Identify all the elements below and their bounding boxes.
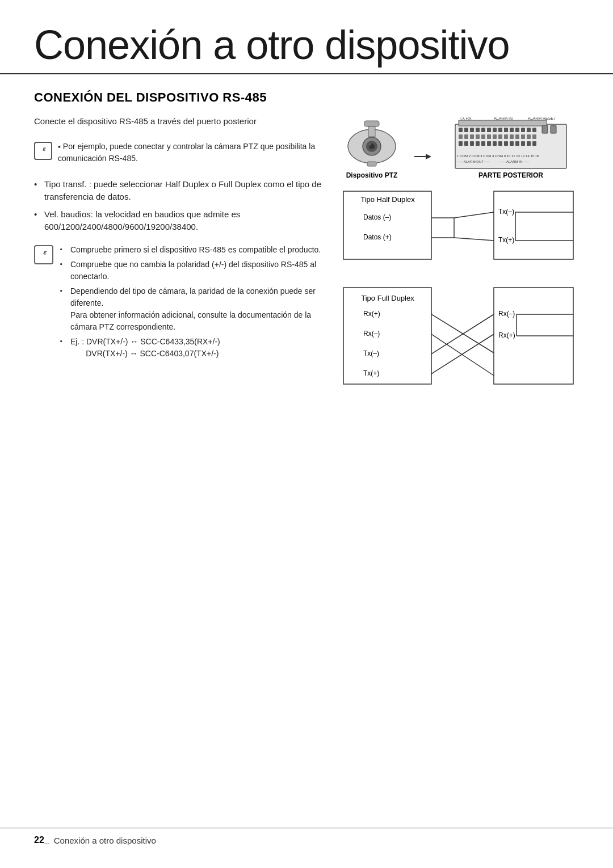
- svg-rect-2: [368, 127, 375, 137]
- svg-text:Tx(–): Tx(–): [363, 349, 379, 357]
- svg-rect-24: [510, 128, 514, 132]
- svg-text:Tipo Half Duplex: Tipo Half Duplex: [360, 195, 415, 204]
- svg-rect-17: [470, 128, 474, 132]
- note-block-2: ᵋ︎ Compruebe primero si el dispositivo R…: [34, 244, 324, 363]
- svg-rect-52: [498, 141, 502, 146]
- bullet-item-1: Tipo transf. : puede seleccionar Half Du…: [34, 178, 324, 204]
- svg-text:Rx(–): Rx(–): [498, 310, 515, 318]
- svg-rect-53: [504, 141, 508, 146]
- footer-text: Conexión a otro dispositivo: [54, 836, 156, 845]
- svg-rect-15: [459, 128, 463, 132]
- note-item-4: Ej. : DVR(TX+/-) ↔ SCC-C6433,35(RX+/-) D…: [60, 336, 324, 360]
- svg-rect-31: [459, 134, 463, 139]
- ptz-device-area: Dispositivo PTZ: [341, 115, 403, 179]
- note-icon-1: ᵋ︎: [34, 142, 52, 160]
- svg-rect-29: [542, 125, 548, 133]
- svg-rect-45: [459, 141, 463, 146]
- connection-diagram-svg: Tipo Half Duplex Datos (–) Datos (+) Tx(…: [341, 188, 579, 393]
- svg-line-74: [454, 238, 494, 241]
- svg-rect-55: [515, 141, 519, 146]
- control-board-svg: TX RX ALARM IN ALARM RESET: [454, 117, 568, 171]
- svg-rect-48: [476, 141, 480, 146]
- svg-rect-56: [521, 141, 525, 146]
- svg-rect-16: [464, 128, 468, 132]
- note-square-1: ▪: [58, 142, 63, 151]
- svg-text:Tx(+): Tx(+): [363, 369, 379, 377]
- svg-text:Rx(–): Rx(–): [363, 330, 380, 338]
- note-text-1: ▪ Por ejemplo, puede conectar y controla…: [58, 141, 324, 165]
- svg-rect-18: [476, 128, 480, 132]
- svg-rect-49: [481, 141, 485, 146]
- svg-rect-35: [481, 134, 485, 139]
- svg-rect-63: [494, 191, 573, 259]
- bullet-list: Tipo transf. : puede seleccionar Half Du…: [34, 178, 324, 234]
- main-title: Conexión a otro dispositivo: [0, 0, 613, 74]
- svg-rect-54: [510, 141, 514, 146]
- section-heading: CONEXIÓN DEL DISPOSITIVO RS-485: [0, 74, 613, 115]
- svg-rect-25: [515, 128, 519, 132]
- svg-rect-37: [493, 134, 497, 139]
- right-column: Dispositivo PTZ: [341, 115, 579, 393]
- ptz-camera-icon: [341, 115, 403, 169]
- svg-rect-36: [487, 134, 491, 139]
- note-item-2: Compruebe que no cambia la polaridad (+/…: [60, 259, 324, 283]
- svg-text:TX  RX: TX RX: [460, 117, 472, 120]
- svg-rect-28: [532, 128, 536, 132]
- svg-rect-44: [532, 134, 536, 139]
- svg-rect-21: [493, 128, 497, 132]
- svg-text:Tx(+): Tx(+): [498, 236, 514, 244]
- content-area: Conecte el dispositivo RS-485 a través d…: [0, 115, 613, 393]
- page-footer: 22_ Conexión a otro dispositivo: [0, 828, 613, 845]
- page-container: Conexión a otro dispositivo CONEXIÓN DEL…: [0, 0, 613, 868]
- svg-rect-20: [487, 128, 491, 132]
- note-box-1: ᵋ︎ ▪ Por ejemplo, puede conectar y contr…: [34, 137, 324, 168]
- svg-line-73: [454, 212, 494, 218]
- svg-rect-47: [470, 141, 474, 146]
- svg-text:Datos (+): Datos (+): [363, 233, 392, 241]
- arrow-connector: [414, 151, 431, 162]
- control-board-area: TX RX ALARM IN ALARM RESET: [443, 117, 579, 179]
- svg-rect-57: [527, 141, 531, 146]
- left-column: Conecte el dispositivo RS-485 a través d…: [34, 115, 324, 393]
- svg-rect-11: [459, 120, 547, 126]
- svg-marker-9: [426, 154, 431, 159]
- svg-rect-33: [470, 134, 474, 139]
- svg-rect-40: [510, 134, 514, 139]
- svg-rect-32: [464, 134, 468, 139]
- svg-rect-38: [498, 134, 502, 139]
- svg-text:Rx(+): Rx(+): [363, 310, 380, 318]
- svg-rect-41: [515, 134, 519, 139]
- bullet-item-2: Vel. baudios: la velocidad en baudios qu…: [34, 208, 324, 234]
- svg-rect-22: [498, 128, 502, 132]
- svg-text:1 COM 2 COM 3 COM 4 COM 9  10 : 1 COM 2 COM 3 COM 4 COM 9 10 11 12 13 14…: [457, 154, 539, 158]
- svg-text:ALARM RESET: ALARM RESET: [528, 117, 556, 120]
- svg-rect-7: [367, 162, 376, 166]
- svg-rect-26: [521, 128, 525, 132]
- page-number: 22_: [34, 835, 49, 845]
- svg-text:——ALARM IN——: ——ALARM IN——: [499, 160, 529, 163]
- svg-text:Tipo Full Duplex: Tipo Full Duplex: [361, 294, 414, 302]
- svg-text:ALARM IN: ALARM IN: [494, 117, 513, 120]
- note-item-1: Compruebe primero si el dispositivo RS-4…: [60, 244, 324, 256]
- svg-rect-1: [364, 121, 379, 127]
- svg-point-6: [369, 144, 371, 146]
- svg-rect-58: [532, 141, 536, 146]
- svg-rect-43: [527, 134, 531, 139]
- svg-rect-34: [476, 134, 480, 139]
- svg-rect-42: [521, 134, 525, 139]
- svg-text:Rx(+): Rx(+): [498, 331, 515, 339]
- svg-text:Tx(–): Tx(–): [498, 208, 514, 216]
- note-item-3: Dependiendo del tipo de cámara, la parid…: [60, 285, 324, 333]
- note-content-2: Compruebe primero si el dispositivo RS-4…: [60, 244, 324, 363]
- svg-text:Datos (–): Datos (–): [363, 213, 391, 221]
- svg-rect-19: [481, 128, 485, 132]
- svg-rect-50: [487, 141, 491, 146]
- svg-rect-51: [493, 141, 497, 146]
- arrow-icon: [414, 151, 431, 162]
- device-ptz-label: Dispositivo PTZ: [346, 171, 398, 179]
- svg-text:——ALARM OUT——: ——ALARM OUT——: [457, 160, 490, 163]
- svg-rect-46: [464, 141, 468, 146]
- svg-rect-27: [527, 128, 531, 132]
- board-label: PARTE POSTERIOR: [478, 171, 543, 179]
- svg-rect-23: [504, 128, 508, 132]
